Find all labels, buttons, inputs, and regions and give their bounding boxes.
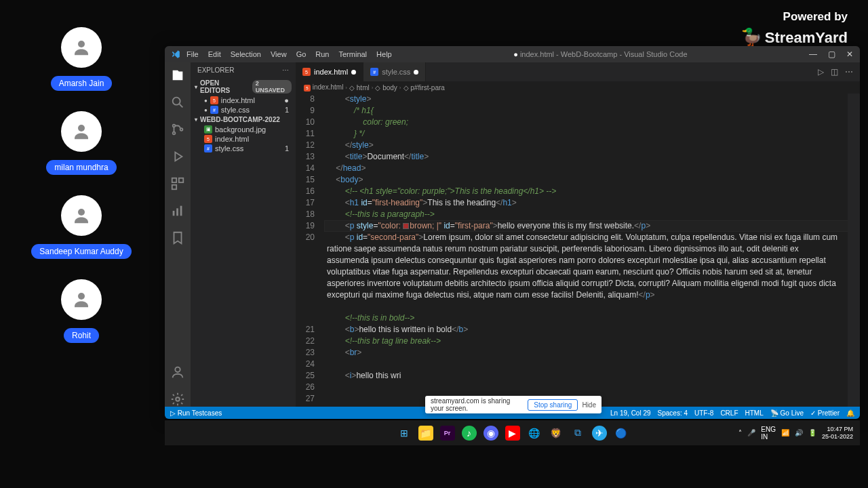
editor-area: 5index.html#style.css ▷ ◫ ⋯ 5 index.html… xyxy=(296,62,860,407)
youtube-icon[interactable]: ▶ xyxy=(505,426,520,441)
run-icon[interactable]: ▷ xyxy=(818,67,824,77)
participant-name: Amarsh Jain xyxy=(51,76,113,91)
explorer-sidebar: EXPLORER⋯ OPEN EDITORS 2 UNSAVED ● 5inde… xyxy=(191,62,296,407)
source-control-icon[interactable] xyxy=(170,122,185,137)
breadcrumb-item[interactable]: ◇ html xyxy=(349,84,370,92)
svg-rect-9 xyxy=(179,178,183,182)
tray-clock[interactable]: 10:47 PM 25-01-2022 xyxy=(822,426,853,441)
spotify-icon[interactable]: ♪ xyxy=(462,426,477,441)
menu-item[interactable]: Go xyxy=(296,50,307,58)
close-icon[interactable]: ✕ xyxy=(846,49,853,59)
start-icon[interactable]: ⊞ xyxy=(397,426,412,441)
svg-point-1 xyxy=(78,125,85,131)
app-icon[interactable]: 🔵 xyxy=(614,426,629,441)
participant-name: milan mundhra xyxy=(46,160,116,175)
system-tray[interactable]: ˄ 🎤 ENGIN 📶 🔊 🔋 10:47 PM 25-01-2022 xyxy=(738,426,853,441)
code-editor[interactable]: 89101112131415161718192021222324252627 <… xyxy=(296,94,860,407)
maximize-icon[interactable]: ▢ xyxy=(828,49,835,59)
menu-item[interactable]: File xyxy=(186,50,199,58)
streamyard-logo: 🦆 StreamYard xyxy=(741,27,848,48)
explorer-taskbar-icon[interactable]: 📁 xyxy=(418,426,433,441)
participant-name: Sandeep Kumar Auddy xyxy=(31,244,131,259)
line-numbers: 89101112131415161718192021222324252627 xyxy=(296,94,324,407)
file-item[interactable]: 5index.html xyxy=(191,134,296,144)
stop-sharing-button[interactable]: Stop sharing xyxy=(528,399,578,411)
file-item[interactable]: ● #style.css1 xyxy=(191,105,296,115)
breadcrumb-item[interactable]: 5 index.html xyxy=(304,83,343,92)
hide-button[interactable]: Hide xyxy=(582,401,596,409)
title-bar[interactable]: FileEditSelectionViewGoRunTerminalHelp ●… xyxy=(165,46,860,62)
breadcrumb-item[interactable]: ◇ body xyxy=(375,84,397,92)
file-item[interactable]: ▣background.jpg xyxy=(191,125,296,134)
run-testcases-button[interactable]: ▷ Run Testcases xyxy=(170,409,222,417)
vscode-icon xyxy=(169,47,182,61)
more-tab-icon[interactable]: ⋯ xyxy=(845,67,853,77)
avatar xyxy=(61,279,102,320)
project-section[interactable]: WEBD-BOOTCAMP-2022 xyxy=(191,115,296,125)
menu-item[interactable]: Edit xyxy=(208,50,221,58)
screen-share-bar: streamyard.com is sharing your screen. S… xyxy=(425,396,601,413)
status-bell-icon[interactable]: 🔔 xyxy=(846,409,854,417)
avatar xyxy=(61,27,102,68)
windows-taskbar[interactable]: ⊞ 📁 Pr ♪ ◉ ▶ 🌐 🦁 ⧉ ✈ 🔵 ˄ 🎤 ENGIN 📶 🔊 🔋 1… xyxy=(165,420,860,445)
menu-item[interactable]: View xyxy=(271,50,287,58)
discord-icon[interactable]: ◉ xyxy=(484,426,498,441)
extensions-icon[interactable] xyxy=(170,176,185,191)
editor-tab[interactable]: #style.css xyxy=(363,62,426,81)
chart-icon[interactable] xyxy=(170,203,185,218)
breadcrumbs[interactable]: 5 index.html›◇ html›◇ body›◇ p#first-par… xyxy=(296,81,860,94)
svg-rect-13 xyxy=(180,206,182,216)
telegram-icon[interactable]: ✈ xyxy=(592,426,607,441)
tray-battery-icon[interactable]: 🔋 xyxy=(808,429,816,436)
file-item[interactable]: ● 5index.html● xyxy=(191,96,296,105)
menu-bar: FileEditSelectionViewGoRunTerminalHelp xyxy=(186,50,392,58)
tray-lang[interactable]: ENGIN xyxy=(761,426,776,441)
vscode-taskbar-icon[interactable]: ⧉ xyxy=(570,426,585,441)
unsaved-badge: 2 UNSAVED xyxy=(252,80,292,94)
search-icon[interactable] xyxy=(170,95,185,110)
taskbar-icons: ⊞ 📁 Pr ♪ ◉ ▶ 🌐 🦁 ⧉ ✈ 🔵 xyxy=(397,426,629,441)
streamyard-name: StreamYard xyxy=(765,29,848,47)
svg-point-5 xyxy=(173,125,176,127)
status-encoding[interactable]: UTF-8 xyxy=(694,409,713,417)
split-icon[interactable]: ◫ xyxy=(831,67,838,77)
branding: Powered by 🦆 StreamYard xyxy=(741,10,848,48)
chrome-icon[interactable]: 🌐 xyxy=(527,426,542,441)
status-golive[interactable]: 📡 Go Live xyxy=(770,409,804,417)
breadcrumb-item[interactable]: ◇ p#first-para xyxy=(403,84,445,92)
status-prettier[interactable]: ✓ Prettier xyxy=(810,409,840,417)
tray-chevron-icon[interactable]: ˄ xyxy=(738,429,742,436)
bookmark-icon[interactable] xyxy=(170,230,185,245)
minimize-icon[interactable]: — xyxy=(809,49,817,59)
premiere-icon[interactable]: Pr xyxy=(440,426,455,441)
brave-icon[interactable]: 🦁 xyxy=(549,426,564,441)
menu-item[interactable]: Help xyxy=(376,50,392,58)
debug-icon[interactable] xyxy=(170,149,185,164)
svg-point-14 xyxy=(175,367,180,372)
editor-tab[interactable]: 5index.html xyxy=(296,62,363,81)
status-lang[interactable]: HTML xyxy=(745,409,764,417)
menu-item[interactable]: Run xyxy=(315,50,329,58)
explorer-icon[interactable] xyxy=(170,68,185,83)
svg-rect-11 xyxy=(173,211,175,216)
tray-mic-icon[interactable]: 🎤 xyxy=(747,429,755,436)
file-item[interactable]: #style.css1 xyxy=(191,144,296,153)
menu-item[interactable]: Terminal xyxy=(339,50,368,58)
account-icon[interactable] xyxy=(170,365,185,380)
code-lines[interactable]: <style> /* h1{ color: green; } */ </styl… xyxy=(324,94,860,407)
open-editors-section[interactable]: OPEN EDITORS 2 UNSAVED xyxy=(191,78,296,96)
tray-wifi-icon[interactable]: 📶 xyxy=(781,429,789,436)
settings-icon[interactable] xyxy=(170,392,185,407)
menu-item[interactable]: Selection xyxy=(231,50,261,58)
svg-rect-10 xyxy=(172,185,176,189)
status-spaces[interactable]: Spaces: 4 xyxy=(658,409,688,417)
status-eol[interactable]: CRLF xyxy=(720,409,738,417)
window-controls[interactable]: — ▢ ✕ xyxy=(809,49,853,59)
participant-name: Rohit xyxy=(64,328,99,343)
editor-tabs: 5index.html#style.css ▷ ◫ ⋯ xyxy=(296,62,860,81)
tab-list: 5index.html#style.css xyxy=(296,62,426,81)
status-lncol[interactable]: Ln 19, Col 29 xyxy=(610,409,651,417)
minimap[interactable] xyxy=(848,94,860,407)
more-icon[interactable]: ⋯ xyxy=(282,66,289,74)
tray-volume-icon[interactable]: 🔊 xyxy=(795,429,803,436)
